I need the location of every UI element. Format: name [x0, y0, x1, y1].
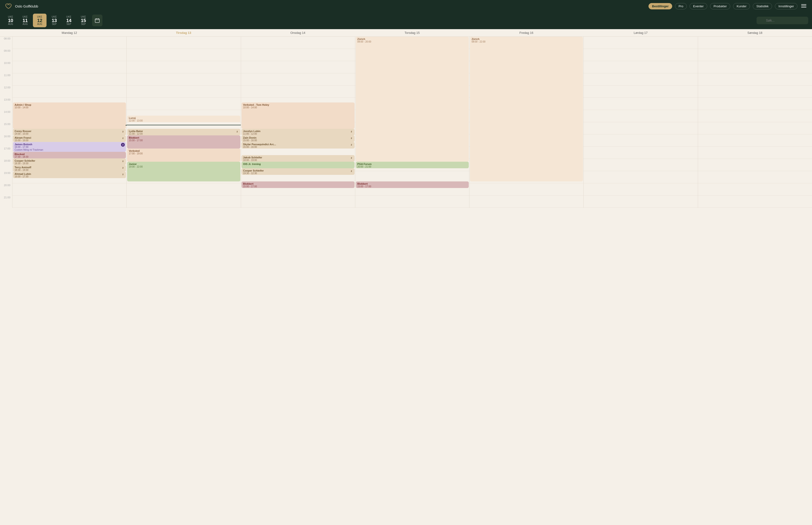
- hour-line: [698, 73, 812, 86]
- svg-rect-1: [801, 6, 806, 6]
- event-verksted-tue[interactable]: Verksted17:00 - 19:00: [127, 149, 240, 162]
- event-title: Corey Rosser: [15, 130, 124, 133]
- event-cooper-schleifer-wed[interactable]: Cooper Schleifer19:30 - 12:302: [242, 168, 354, 175]
- day-column-saturday[interactable]: [583, 37, 698, 208]
- hamburger-menu-button[interactable]: [800, 2, 807, 10]
- week-chip-12[interactable]: UKE 12 AUG: [33, 14, 47, 27]
- day-header-monday: Mandag 12: [12, 29, 126, 36]
- svg-rect-2: [801, 7, 806, 7]
- event-blocked-mon[interactable]: Blocked17:30 - 18:30: [13, 152, 126, 159]
- hour-line: [13, 73, 126, 86]
- day-column-sunday[interactable]: [698, 37, 812, 208]
- search-input[interactable]: [756, 17, 808, 24]
- hour-line: [470, 196, 583, 208]
- day-column-friday[interactable]: Zürich08:00 - 22:00: [469, 37, 583, 208]
- time-label: 12:00: [0, 86, 12, 98]
- calendar-picker-button[interactable]: [92, 15, 103, 26]
- calendar-area: Mandag 12 Tirsdag 13 Onsdag 14 Torsdag 1…: [0, 29, 812, 525]
- event-title: Verksted: [129, 149, 239, 152]
- event-ahmad-lubin[interactable]: Ahmad Lubin16:00 - 17:302: [13, 171, 126, 178]
- hour-line: [13, 49, 126, 61]
- nav-bestillinger[interactable]: Bestillinger: [648, 3, 672, 10]
- hour-line: [584, 110, 698, 122]
- time-label: 16:00: [0, 134, 12, 147]
- event-title: Lydia Bator: [129, 130, 239, 133]
- week-chip-14[interactable]: UKE 14 SEP: [62, 14, 76, 27]
- nav-innstillinger[interactable]: Innstillinger: [775, 3, 797, 10]
- time-col-header: [0, 29, 12, 36]
- event-lydia-bator[interactable]: Lydia Bator11:00 - 12:002: [127, 129, 240, 135]
- event-cooper-schleifer-mon[interactable]: Cooper Schleifer18:30 - 19:302: [13, 159, 126, 165]
- nav-produkter[interactable]: Produkter: [710, 3, 730, 10]
- event-count-badge: 2: [121, 143, 125, 147]
- event-title: Zürich: [472, 38, 581, 41]
- nav-eventer[interactable]: Eventer: [690, 3, 707, 10]
- hour-line: [698, 183, 812, 196]
- event-abram-franci[interactable]: Abram Franci15:00 - 16:002: [13, 135, 126, 142]
- event-terry-aminoff[interactable]: Terry Aminoff18:30 - 19:302: [13, 165, 126, 171]
- hour-line: [13, 86, 126, 98]
- hour-line: [584, 196, 698, 208]
- event-desc: Custom fitting m/ Trackman: [15, 149, 124, 151]
- hour-line: [698, 98, 812, 110]
- event-title: Blokkert: [129, 136, 239, 139]
- event-title: Blokkert: [357, 182, 467, 185]
- week-chip-11[interactable]: UKE 11 AUG: [18, 14, 32, 27]
- event-time: 19:30 - 12:30: [243, 172, 353, 175]
- week-chip-13[interactable]: UKE 13 SEP: [47, 14, 61, 27]
- hour-line: [698, 159, 812, 171]
- event-blokkert-wed[interactable]: Blokkert15:00 - 17:00: [242, 181, 354, 188]
- nav-kunder[interactable]: Kunder: [733, 3, 750, 10]
- event-skylar-passaquindici[interactable]: Skylar Passaquindici Arc...15:00 - 16:00…: [242, 142, 354, 149]
- hour-line: [698, 171, 812, 183]
- event-time: 15:00 - 17:00: [243, 185, 353, 188]
- calendar-scroll[interactable]: 08:0009:0010:0011:0012:0013:0014:0015:00…: [0, 37, 812, 525]
- event-blokkert-tue[interactable]: Blokkert15:00 - 17:00: [127, 135, 240, 149]
- event-junior[interactable]: Junior19:00 - 22:00: [127, 162, 240, 181]
- day-column-wednesday[interactable]: Verksted - Tom Holey10:00 - 14:00Jocelyn…: [241, 37, 355, 208]
- event-jocelyn-lubin[interactable]: Jocelyn Lubin11:00 - 12:002: [242, 129, 354, 135]
- time-label: 15:00: [0, 122, 12, 134]
- event-lunsj[interactable]: Lunsj12:00 - 13:00: [127, 116, 240, 122]
- hour-line: [355, 196, 469, 208]
- event-blokkert-thu[interactable]: Blokkert15:00 - 17:00: [356, 181, 469, 188]
- nav-statistikk[interactable]: Statistikk: [753, 3, 772, 10]
- day-column-thursday[interactable]: Zürich08:00 - 20:00PGA Forum20:00 - 21:0…: [355, 37, 469, 208]
- day-header-saturday: Lørdag 17: [583, 29, 698, 36]
- event-verksted-tom[interactable]: Verksted - Tom Holey10:00 - 14:00: [242, 103, 354, 129]
- hour-line: [127, 86, 241, 98]
- event-time: 18:00 - 19:00: [243, 159, 353, 162]
- time-label: 11:00: [0, 73, 12, 86]
- svg-rect-3: [95, 19, 99, 22]
- event-time: 20:00 - 21:00: [357, 165, 467, 168]
- svg-rect-0: [801, 4, 806, 5]
- hour-line: [698, 196, 812, 208]
- nav-pro[interactable]: Pro: [675, 3, 687, 10]
- day-headers: Mandag 12 Tirsdag 13 Onsdag 14 Torsdag 1…: [0, 29, 812, 37]
- day-column-monday[interactable]: Admin / Shop10:00 - 14:00Corey Rosser14:…: [12, 37, 126, 208]
- event-james-botosh[interactable]: James Botosh16:00 - 17:30Custom fitting …: [13, 142, 126, 152]
- event-corey-rosser[interactable]: Corey Rosser14:00 - 15:002: [13, 129, 126, 135]
- time-label: 13:00: [0, 98, 12, 110]
- day-column-tuesday[interactable]: Lunsj12:00 - 13:00Lydia Bator11:00 - 12:…: [126, 37, 241, 208]
- hour-line: [13, 61, 126, 73]
- week-chip-15[interactable]: UKE 15 SEP: [77, 14, 90, 27]
- event-count-badge: 2: [235, 130, 239, 134]
- event-admin-shop[interactable]: Admin / Shop10:00 - 14:00: [13, 103, 126, 129]
- event-zurich-thu[interactable]: Zürich08:00 - 20:00: [356, 37, 469, 162]
- event-ois-jr[interactable]: OIS Jr. trening: [242, 162, 354, 168]
- event-pga-forum[interactable]: PGA Forum20:00 - 21:00: [356, 162, 469, 168]
- event-title: Zürich: [357, 38, 467, 41]
- week-chip-10[interactable]: UKE 10 AUG: [4, 14, 17, 27]
- event-jakob-schleifer[interactable]: Jakob Schleifer18:00 - 19:002: [242, 155, 354, 162]
- hour-line: [241, 73, 355, 86]
- svg-rect-5: [98, 18, 98, 19]
- event-zain-donin[interactable]: Zain Donin15:00 - 16:002: [242, 135, 354, 142]
- hour-line: [241, 86, 355, 98]
- time-label: 09:00: [0, 49, 12, 61]
- hour-line: [584, 183, 698, 196]
- hour-line: [584, 86, 698, 98]
- time-label: 21:00: [0, 196, 12, 208]
- event-zurich-fri[interactable]: Zürich08:00 - 22:00: [470, 37, 583, 181]
- event-title: Blocked: [15, 153, 124, 155]
